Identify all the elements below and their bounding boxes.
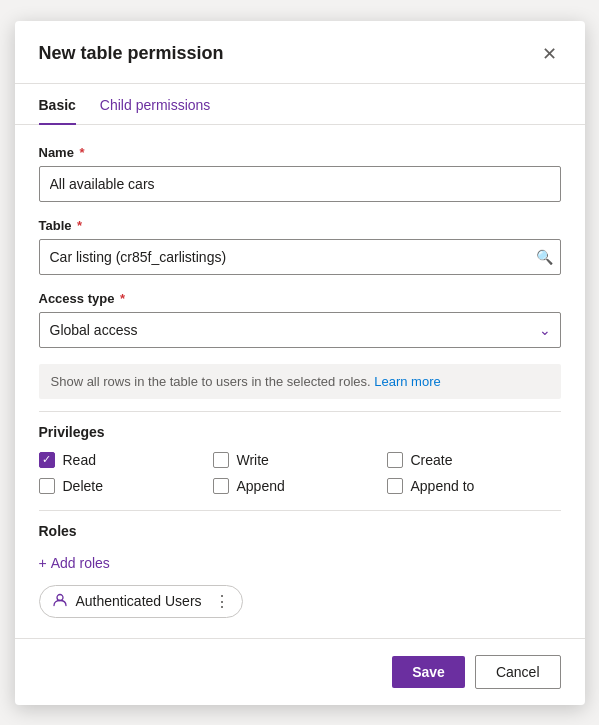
privileges-label: Privileges — [39, 424, 561, 440]
tab-basic[interactable]: Basic — [39, 85, 76, 125]
table-field-group: Table * 🔍 — [39, 218, 561, 275]
access-type-label: Access type * — [39, 291, 561, 306]
checkbox-append-to[interactable]: Append to — [387, 478, 561, 494]
checkbox-box-write — [213, 452, 229, 468]
access-type-select[interactable]: Global access — [39, 312, 561, 348]
user-icon — [52, 592, 68, 611]
close-button[interactable]: ✕ — [538, 39, 561, 69]
name-label: Name * — [39, 145, 561, 160]
table-input[interactable] — [39, 239, 561, 275]
cancel-button[interactable]: Cancel — [475, 655, 561, 689]
role-chip-authenticated-users: Authenticated Users ⋮ — [39, 585, 243, 618]
dialog-body: Name * Table * 🔍 Access type * G — [15, 125, 585, 638]
divider-2 — [39, 510, 561, 511]
required-star-access: * — [116, 291, 125, 306]
dialog-footer: Save Cancel — [15, 638, 585, 705]
dialog-title: New table permission — [39, 43, 224, 64]
required-star: * — [76, 145, 85, 160]
checkbox-box-append — [213, 478, 229, 494]
save-button[interactable]: Save — [392, 656, 465, 688]
table-label: Table * — [39, 218, 561, 233]
dialog-header: New table permission ✕ — [15, 21, 585, 84]
required-star-table: * — [74, 218, 83, 233]
checkbox-read[interactable]: ✓ Read — [39, 452, 213, 468]
divider — [39, 411, 561, 412]
check-icon-read: ✓ — [42, 453, 51, 466]
access-type-field-group: Access type * Global access ⌄ — [39, 291, 561, 348]
dialog: New table permission ✕ Basic Child permi… — [15, 21, 585, 705]
access-type-select-wrapper: Global access ⌄ — [39, 312, 561, 348]
checkboxes-grid: ✓ Read Write Create Delete — [39, 452, 561, 494]
name-input[interactable] — [39, 166, 561, 202]
checkbox-box-create — [387, 452, 403, 468]
checkbox-create[interactable]: Create — [387, 452, 561, 468]
tabs-container: Basic Child permissions — [15, 84, 585, 125]
learn-more-link[interactable]: Learn more — [374, 374, 440, 389]
search-icon: 🔍 — [536, 249, 553, 265]
checkbox-box-read: ✓ — [39, 452, 55, 468]
table-search-wrapper: 🔍 — [39, 239, 561, 275]
roles-label: Roles — [39, 523, 561, 539]
checkbox-write[interactable]: Write — [213, 452, 387, 468]
plus-icon: + — [39, 555, 47, 571]
svg-point-0 — [57, 594, 63, 600]
privileges-group: Privileges ✓ Read Write Create — [39, 424, 561, 494]
table-search-button[interactable]: 🔍 — [536, 249, 553, 265]
checkbox-box-delete — [39, 478, 55, 494]
roles-section: Roles + Add roles Authenticated Users ⋮ — [39, 523, 561, 618]
role-chip-menu-button[interactable]: ⋮ — [214, 592, 230, 611]
info-box: Show all rows in the table to users in t… — [39, 364, 561, 399]
tab-child-permissions[interactable]: Child permissions — [100, 85, 210, 125]
checkbox-box-append-to — [387, 478, 403, 494]
checkbox-delete[interactable]: Delete — [39, 478, 213, 494]
name-field-group: Name * — [39, 145, 561, 202]
close-icon: ✕ — [542, 43, 557, 65]
add-roles-button[interactable]: + Add roles — [39, 551, 110, 575]
checkbox-append[interactable]: Append — [213, 478, 387, 494]
